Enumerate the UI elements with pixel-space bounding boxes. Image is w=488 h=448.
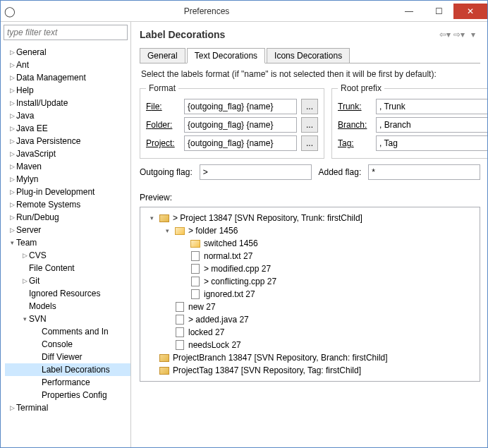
tree-item-label: Help bbox=[16, 85, 34, 95]
tree-item[interactable]: Console bbox=[5, 338, 130, 351]
tab-text-decorations[interactable]: Text Decorations bbox=[187, 48, 265, 63]
expand-icon[interactable]: ▷ bbox=[8, 61, 16, 68]
preference-tree[interactable]: ▷General▷Ant▷Data Management▷Help▷Instal… bbox=[1, 43, 130, 447]
expand-icon[interactable]: ▷ bbox=[8, 87, 16, 94]
tree-item[interactable]: ▷Maven bbox=[5, 160, 130, 173]
preview-item[interactable]: locked 27 bbox=[143, 326, 477, 339]
preview-item[interactable]: normal.txt 27 bbox=[143, 250, 477, 262]
expand-icon[interactable]: ▷ bbox=[8, 125, 16, 132]
preview-item[interactable]: > conflicting.cpp 27 bbox=[143, 275, 477, 288]
tree-item[interactable]: Label Decorations bbox=[5, 363, 130, 376]
tree-item-label: Console bbox=[42, 339, 73, 349]
tree-item[interactable]: ▷CVS bbox=[5, 249, 130, 262]
tree-item-label: Models bbox=[29, 301, 56, 311]
expand-icon[interactable]: ▷ bbox=[20, 252, 29, 259]
rootprefix-input[interactable] bbox=[376, 135, 488, 151]
tree-item[interactable]: ▷Run/Debug bbox=[5, 211, 130, 224]
preview-item[interactable]: new 27 bbox=[143, 301, 477, 313]
tree-item[interactable]: Properties Config bbox=[5, 389, 130, 401]
collapse-icon[interactable]: ▾ bbox=[147, 214, 156, 222]
rootprefix-input[interactable] bbox=[376, 99, 488, 114]
tree-item[interactable]: File Content bbox=[5, 262, 130, 274]
tree-item[interactable]: ▷Java bbox=[5, 109, 130, 122]
expand-icon[interactable]: ▷ bbox=[8, 226, 16, 234]
added-input[interactable] bbox=[368, 164, 480, 180]
tree-item[interactable]: ▷Install/Update bbox=[5, 97, 130, 109]
back-button[interactable]: ⇦▾ bbox=[438, 30, 452, 40]
tree-item[interactable]: ▷Plug-in Development bbox=[5, 186, 130, 198]
expand-icon[interactable]: ▷ bbox=[8, 150, 16, 157]
expand-icon[interactable]: ▷ bbox=[20, 277, 29, 284]
tree-item[interactable]: ▷Terminal bbox=[5, 401, 130, 414]
expand-icon[interactable]: ▷ bbox=[8, 99, 16, 107]
tree-item[interactable]: ▷Ant bbox=[5, 59, 130, 71]
forward-button[interactable]: ⇨▾ bbox=[452, 30, 466, 40]
maximize-button[interactable]: ☐ bbox=[424, 4, 453, 19]
format-input[interactable] bbox=[184, 135, 297, 151]
tree-item[interactable]: ▷Java EE bbox=[5, 122, 130, 135]
file-icon bbox=[190, 276, 201, 287]
preview-item-label: > folder 1456 bbox=[188, 226, 238, 236]
file-icon bbox=[190, 263, 201, 274]
tree-item[interactable]: Diff Viewer bbox=[5, 351, 130, 363]
preview-item-label: > modified.cpp 27 bbox=[204, 264, 271, 274]
expand-icon[interactable]: ▷ bbox=[8, 74, 16, 81]
minimize-button[interactable]: — bbox=[394, 4, 424, 19]
collapse-icon[interactable]: ▾ bbox=[8, 239, 16, 246]
tree-item[interactable]: ▷Mylyn bbox=[5, 173, 130, 186]
tree-item[interactable]: ▷Data Management bbox=[5, 71, 130, 84]
expand-icon[interactable]: ▷ bbox=[8, 163, 16, 170]
titlebar: ◯ Preferences — ☐ ✕ bbox=[1, 1, 487, 22]
preview-item[interactable]: > added.java 27 bbox=[143, 313, 477, 326]
tree-item[interactable]: ▷Remote Systems bbox=[5, 198, 130, 211]
tab-general[interactable]: General bbox=[140, 48, 185, 63]
format-input[interactable] bbox=[184, 99, 297, 114]
format-browse-button[interactable]: ... bbox=[301, 135, 318, 151]
collapse-icon[interactable]: ▾ bbox=[163, 227, 171, 234]
preview-item-label: > conflicting.cpp 27 bbox=[204, 277, 276, 286]
tree-item[interactable]: ▷Server bbox=[5, 224, 130, 236]
file-icon bbox=[174, 301, 185, 313]
rootprefix-legend: Root prefix bbox=[338, 83, 384, 93]
format-input[interactable] bbox=[184, 117, 297, 133]
preview-item[interactable]: > modified.cpp 27 bbox=[143, 262, 477, 275]
collapse-icon[interactable]: ▾ bbox=[20, 315, 29, 322]
tree-item[interactable]: Comments and In bbox=[5, 325, 130, 338]
preview-item[interactable]: ProjectBranch 13847 [SVN Repository, Bra… bbox=[143, 351, 477, 364]
expand-icon[interactable]: ▷ bbox=[8, 138, 16, 145]
tree-item[interactable]: ▾Team bbox=[5, 236, 130, 249]
format-browse-button[interactable]: ... bbox=[301, 117, 318, 133]
preview-item[interactable]: ▾> Project 13847 [SVN Repository, Trunk:… bbox=[143, 212, 477, 224]
tree-item[interactable]: Ignored Resources bbox=[5, 287, 130, 300]
tree-item[interactable]: ▷JavaScript bbox=[5, 147, 130, 160]
tree-item[interactable]: ▷Java Persistence bbox=[5, 135, 130, 147]
tree-item[interactable]: ▾SVN bbox=[5, 313, 130, 325]
expand-icon[interactable]: ▷ bbox=[8, 201, 16, 208]
tree-item-label: Ant bbox=[16, 60, 29, 70]
expand-icon[interactable]: ▷ bbox=[8, 112, 16, 119]
tree-item[interactable]: ▷Help bbox=[5, 84, 130, 97]
tree-item[interactable]: Models bbox=[5, 300, 130, 313]
outgoing-input[interactable] bbox=[200, 164, 312, 180]
rootprefix-input[interactable] bbox=[376, 117, 488, 133]
tree-item[interactable]: ▷Git bbox=[5, 274, 130, 287]
preview-item[interactable]: ▾> folder 1456 bbox=[143, 224, 477, 237]
close-button[interactable]: ✕ bbox=[453, 4, 487, 19]
expand-icon[interactable]: ▷ bbox=[8, 214, 16, 221]
expand-icon[interactable]: ▷ bbox=[8, 188, 16, 195]
preview-tree[interactable]: ▾> Project 13847 [SVN Repository, Trunk:… bbox=[140, 207, 480, 382]
tree-item[interactable]: ▷General bbox=[5, 46, 130, 59]
filter-input[interactable] bbox=[4, 25, 128, 40]
preview-item[interactable]: switched 1456 bbox=[143, 237, 477, 250]
preview-item[interactable]: needsLock 27 bbox=[143, 339, 477, 351]
expand-icon[interactable]: ▷ bbox=[8, 176, 16, 183]
format-browse-button[interactable]: ... bbox=[301, 99, 318, 114]
preview-item[interactable]: ignored.txt 27 bbox=[143, 288, 477, 301]
tab-icons-decorations[interactable]: Icons Decorations bbox=[267, 48, 350, 63]
description: Select the labels format (if "name" is n… bbox=[140, 63, 480, 83]
expand-icon[interactable]: ▷ bbox=[8, 49, 16, 56]
menu-button[interactable]: ▾ bbox=[466, 30, 480, 40]
expand-icon[interactable]: ▷ bbox=[8, 404, 16, 411]
preview-item[interactable]: ProjectTag 13847 [SVN Repository, Tag: f… bbox=[143, 364, 477, 377]
tree-item[interactable]: Performance bbox=[5, 376, 130, 389]
